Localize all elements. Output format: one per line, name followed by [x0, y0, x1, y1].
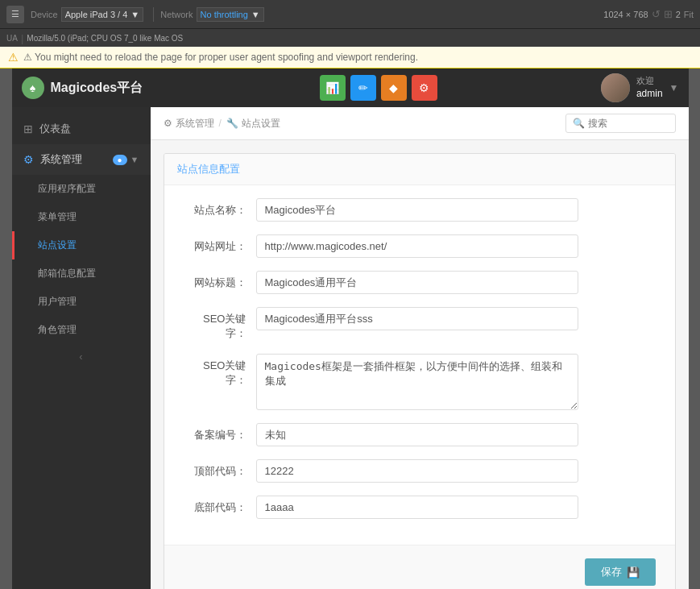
nav-icon-edit[interactable]: ✏ [350, 75, 376, 101]
label-site-title: 网站标题： [184, 271, 256, 290]
system-badge: ● [113, 155, 127, 165]
breadcrumb-site-label: 站点设置 [242, 117, 280, 131]
device-value: Apple iPad 3 / 4 [65, 10, 128, 19]
system-expand-arrow: ▼ [130, 155, 139, 164]
form-row-seo-description: SEO关键字： Magicodes框架是一套插件框架，以方便中间件的选择、组装和… [184, 354, 656, 410]
network-dropdown[interactable]: No throttling ▼ [197, 7, 264, 22]
form-panel: 站点信息配置 站点名称： 网站网址： 网站标题： [164, 153, 676, 589]
system-group-label: 系统管理 [40, 152, 82, 167]
form-panel-title: 站点信息配置 [164, 154, 675, 185]
rotate-icon[interactable]: ↺ [652, 8, 661, 20]
dashboard-icon: ⊞ [23, 122, 33, 135]
network-label: Network [160, 10, 193, 19]
device-dropdown[interactable]: Apple iPad 3 / 4 ▼ [61, 7, 144, 22]
email-config-label: 邮箱信息配置 [38, 267, 96, 280]
input-site-name[interactable] [256, 198, 578, 222]
ua-value: Mozilla/5.0 (iPad; CPU OS 7_0 like Mac O… [27, 34, 183, 43]
sidebar-item-user-manage[interactable]: 用户管理 [12, 288, 151, 316]
dropdown-arrow: ▼ [130, 10, 139, 19]
dev-toolbar: ☰ Device Apple iPad 3 / 4 ▼ Network No t… [0, 0, 700, 29]
ua-label: UA [6, 34, 18, 43]
top-nav: ♠ Magicodes平台 📊 ✏ ◆ ⚙ 欢迎 admin ▼ [12, 68, 689, 107]
breadcrumb-separator: / [219, 118, 222, 129]
user-greeting: 欢迎 [636, 75, 663, 87]
logo-text: Magicodes平台 [51, 80, 143, 97]
top-nav-right: 欢迎 admin ▼ [601, 73, 679, 102]
label-bottom-code: 底部代码： [184, 496, 256, 515]
warning-icon: ⚠ [8, 51, 19, 64]
search-box: 🔍 [565, 114, 676, 133]
label-top-code: 顶部代码： [184, 459, 256, 479]
sidebar-item-dashboard[interactable]: ⊞ 仪表盘 [12, 114, 151, 144]
dropdown-arrow: ▼ [251, 10, 260, 19]
save-icon: 💾 [627, 566, 640, 579]
sidebar-item-role-manage[interactable]: 角色管理 [12, 316, 151, 344]
sidebar-dashboard-label: 仪表盘 [39, 122, 71, 136]
user-dropdown-arrow[interactable]: ▼ [669, 82, 679, 93]
logo-area: ♠ Magicodes平台 [22, 77, 143, 99]
nav-icon-share[interactable]: ⚙ [412, 75, 437, 101]
sidebar-group-system[interactable]: ⚙ 系统管理 ● ▼ [12, 144, 151, 175]
input-seo-description[interactable]: Magicodes框架是一套插件框架，以方便中间件的选择、组装和集成 [256, 354, 578, 410]
nav-icon-analytics[interactable]: 📊 [320, 75, 346, 101]
site-settings-label: 站点设置 [38, 239, 77, 252]
main-layout: ⊞ 仪表盘 ⚙ 系统管理 ● ▼ 应用程序配置 菜单管理 站点设置 [12, 107, 689, 589]
search-input[interactable] [588, 118, 669, 129]
app-container: ♠ Magicodes平台 📊 ✏ ◆ ⚙ 欢迎 admin ▼ ⊞ 仪表盘 [12, 68, 689, 589]
logo-icon: ♠ [22, 77, 44, 99]
content-area: ⚙ 系统管理 / 🔧 站点设置 🔍 站点信息配置 [151, 107, 689, 589]
fit-count: 2 [676, 10, 681, 19]
breadcrumb-system-label: 系统管理 [176, 117, 214, 131]
label-seo-keywords: SEO关键字： [184, 307, 256, 341]
breadcrumb-system: ⚙ 系统管理 [164, 117, 214, 131]
screen-icon[interactable]: ⊞ [664, 8, 673, 20]
form-row-site-url: 网站网址： [184, 234, 656, 258]
save-button[interactable]: 保存 💾 [585, 558, 656, 586]
form-row-site-title: 网站标题： [184, 271, 656, 294]
sidebar-item-app-config[interactable]: 应用程序配置 [12, 175, 151, 203]
breadcrumb: ⚙ 系统管理 / 🔧 站点设置 [164, 117, 280, 131]
fit-label: Fit [684, 10, 694, 19]
input-top-code[interactable] [256, 459, 578, 483]
user-manage-label: 用户管理 [38, 295, 77, 309]
form-row-site-name: 站点名称： [184, 198, 656, 222]
input-site-title[interactable] [256, 271, 578, 294]
input-icp[interactable] [256, 423, 578, 446]
warning-text: ⚠ You might need to reload the page for … [23, 52, 418, 63]
device-label: Device [31, 10, 58, 19]
nav-icons: 📊 ✏ ◆ ⚙ [320, 75, 437, 101]
search-icon: 🔍 [573, 118, 585, 129]
breadcrumb-bar: ⚙ 系统管理 / 🔧 站点设置 🔍 [151, 107, 689, 140]
form-row-top-code: 顶部代码： [184, 459, 656, 483]
user-name: admin [636, 87, 663, 101]
input-seo-keywords[interactable] [256, 307, 578, 330]
label-site-name: 站点名称： [184, 198, 256, 218]
breadcrumb-system-icon: ⚙ [164, 118, 172, 129]
role-manage-label: 角色管理 [38, 323, 77, 337]
sidebar-item-site-settings[interactable]: 站点设置 [12, 231, 151, 259]
menu-manage-label: 菜单管理 [38, 210, 77, 224]
input-site-url[interactable] [256, 234, 578, 258]
sidebar-collapse-btn[interactable]: ‹ [12, 344, 151, 369]
sidebar: ⊞ 仪表盘 ⚙ 系统管理 ● ▼ 应用程序配置 菜单管理 站点设置 [12, 107, 151, 589]
form-footer: 保存 💾 [164, 545, 675, 589]
form-row-bottom-code: 底部代码： [184, 496, 656, 519]
collapse-icon: ‹ [79, 350, 82, 363]
system-gear-icon: ⚙ [23, 153, 34, 166]
input-bottom-code[interactable] [256, 496, 578, 519]
label-icp: 备案编号： [184, 423, 256, 442]
settings-icon[interactable]: ☰ [6, 6, 24, 23]
resolution-value: 1024 × 768 [603, 10, 648, 19]
user-info: 欢迎 admin [636, 75, 663, 101]
sidebar-item-email-config[interactable]: 邮箱信息配置 [12, 259, 151, 288]
avatar [601, 73, 630, 102]
save-label: 保存 [601, 565, 622, 579]
ua-bar: UA | Mozilla/5.0 (iPad; CPU OS 7_0 like … [0, 29, 700, 47]
sidebar-item-menu-manage[interactable]: 菜单管理 [12, 203, 151, 231]
form-body: 站点名称： 网站网址： 网站标题： SEO关键字： [164, 185, 675, 545]
network-value: No throttling [201, 10, 248, 19]
label-site-url: 网站网址： [184, 234, 256, 254]
nav-icon-alert[interactable]: ◆ [381, 75, 407, 101]
form-row-icp: 备案编号： [184, 423, 656, 446]
app-config-label: 应用程序配置 [38, 182, 96, 196]
